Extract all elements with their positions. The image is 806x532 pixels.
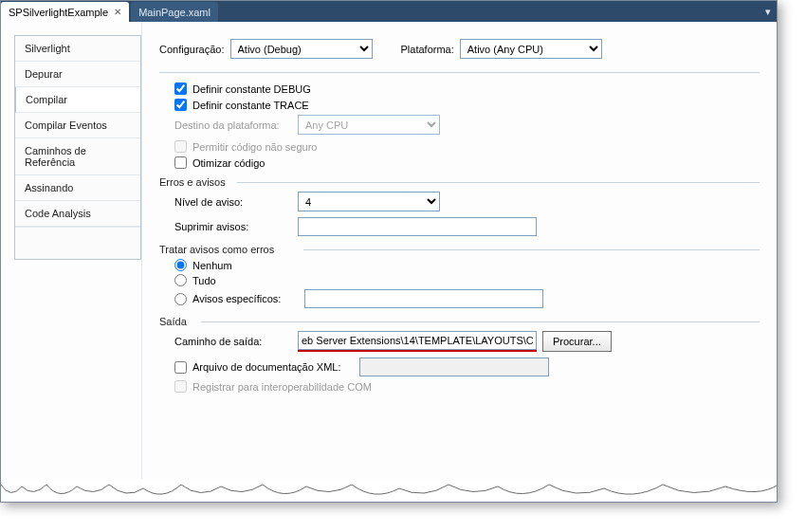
- radio-all-label: Tudo: [192, 275, 216, 286]
- check-trace-label: Definir constante TRACE: [192, 100, 309, 111]
- property-page-nav: Silverlight Depurar Compilar Compilar Ev…: [14, 35, 141, 260]
- properties-window: SPSilverlightExample ✕ MainPage.xaml ▾ S…: [0, 0, 778, 503]
- torn-edge-decoration: [1, 479, 777, 502]
- radio-specific-label: Avisos específicos:: [192, 293, 299, 304]
- sidebar-item-compilar-eventos[interactable]: Compilar Eventos: [15, 113, 140, 138]
- check-xmldoc[interactable]: [174, 361, 187, 374]
- tab-mainpage-xaml[interactable]: MainPage.xaml: [131, 2, 218, 22]
- sidebar-item-compilar[interactable]: Compilar: [15, 87, 140, 113]
- tab-label: MainPage.xaml: [138, 7, 211, 18]
- compile-page: Configuração: Ativo (Debug) Plataforma: …: [141, 22, 777, 502]
- group-treat-title: Tratar avisos como erros: [159, 244, 760, 255]
- sidebar-item-silverlight[interactable]: Silverlight: [15, 36, 140, 62]
- check-optimize-label: Otimizar código: [192, 157, 265, 169]
- group-errors-title: Erros e avisos: [159, 176, 760, 188]
- config-select[interactable]: Ativo (Debug): [230, 39, 373, 59]
- config-label: Configuração:: [159, 44, 225, 55]
- sidebar-item-assinando[interactable]: Assinando: [15, 175, 140, 201]
- sidebar-tail: [15, 227, 140, 259]
- radio-all[interactable]: [174, 274, 187, 286]
- tab-overflow-dropdown[interactable]: ▾: [760, 1, 777, 22]
- check-cominterop-label: Registrar para interoperabilidade COM: [192, 381, 372, 393]
- xmldoc-path-input: [359, 358, 549, 376]
- check-xmldoc-label: Arquivo de documentação XML:: [192, 361, 354, 373]
- check-trace-constant[interactable]: [174, 99, 187, 111]
- warn-level-label: Nível de aviso:: [174, 196, 298, 208]
- target-platform-select: Any CPU: [298, 115, 440, 135]
- target-platform-label: Destino da plataforma:: [174, 119, 298, 131]
- warn-level-select[interactable]: 4: [298, 192, 440, 211]
- tab-label: SPSilverlightExample: [9, 7, 108, 18]
- suppress-input[interactable]: [298, 217, 537, 236]
- document-tabbar: SPSilverlightExample ✕ MainPage.xaml ▾: [1, 1, 777, 22]
- group-output-title: Saída: [159, 316, 760, 327]
- sidebar-item-depurar[interactable]: Depurar: [15, 62, 140, 87]
- check-debug-constant[interactable]: [174, 83, 187, 95]
- check-cominterop: [174, 380, 187, 393]
- check-optimize[interactable]: [174, 156, 187, 169]
- radio-specific[interactable]: [174, 293, 187, 305]
- output-path-input[interactable]: [298, 331, 537, 350]
- platform-label: Plataforma:: [401, 44, 454, 55]
- check-unsafe-label: Permitir código não seguro: [192, 141, 317, 153]
- platform-select[interactable]: Ativo (Any CPU): [460, 39, 602, 59]
- sidebar-item-caminhos[interactable]: Caminhos de Referência: [15, 138, 140, 175]
- close-icon[interactable]: ✕: [114, 7, 121, 17]
- specific-warnings-input[interactable]: [304, 289, 543, 308]
- tab-project-properties[interactable]: SPSilverlightExample ✕: [1, 2, 129, 22]
- radio-none-label: Nenhum: [192, 260, 232, 271]
- sidebar-item-code-analysis[interactable]: Code Analysis: [15, 201, 140, 227]
- output-path-label: Caminho de saída:: [174, 336, 298, 347]
- check-unsafe: [174, 140, 187, 153]
- suppress-label: Suprimir avisos:: [174, 221, 298, 232]
- browse-button[interactable]: Procurar...: [542, 331, 612, 352]
- check-debug-label: Definir constante DEBUG: [192, 83, 311, 95]
- radio-none[interactable]: [174, 259, 187, 271]
